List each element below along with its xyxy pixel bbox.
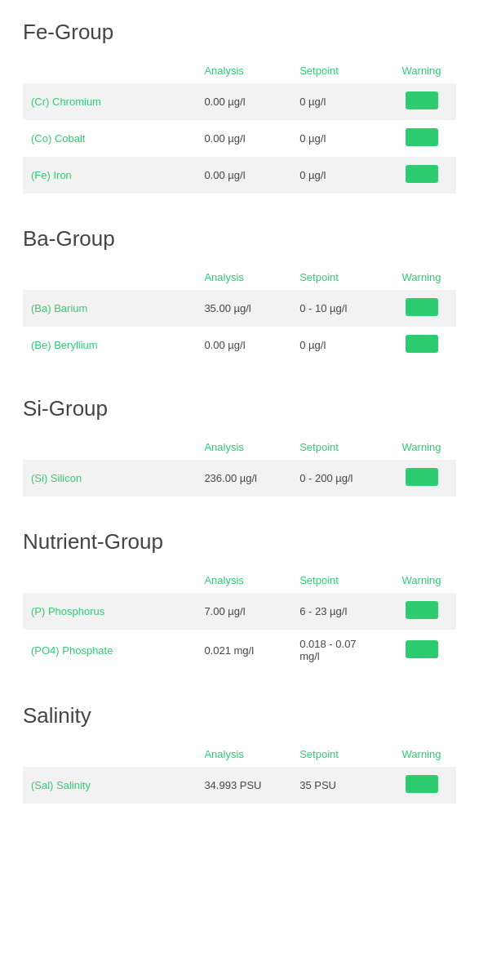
row-setpoint-value: 0 µg/l <box>291 157 387 194</box>
table-row: (Co) Cobalt0.00 µg/l0 µg/l <box>23 120 456 157</box>
col-header-analysis: Analysis <box>196 742 291 767</box>
group-section-nutrient-group: Nutrient-GroupAnalysisSetpointWarning(P)… <box>23 529 456 670</box>
row-setpoint-value: 0 µg/l <box>291 120 387 157</box>
col-header-warning: Warning <box>387 434 456 460</box>
row-element-name: (PO4) Phosphate <box>23 630 196 670</box>
row-analysis-value: 7.00 µg/l <box>196 593 291 630</box>
row-analysis-value: 0.00 µg/l <box>196 120 291 157</box>
col-header-setpoint: Setpoint <box>291 568 387 593</box>
warning-indicator <box>406 335 438 353</box>
group-section-fe-group: Fe-GroupAnalysisSetpointWarning(Cr) Chro… <box>23 20 456 194</box>
row-setpoint-value: 0 µg/l <box>291 83 387 120</box>
warning-indicator <box>406 298 438 316</box>
table-row: (PO4) Phosphate0.021 mg/l0.018 - 0.07 mg… <box>23 630 456 670</box>
col-header-warning: Warning <box>387 568 456 593</box>
group-title-nutrient-group: Nutrient-Group <box>23 529 456 555</box>
row-element-name: (Ba) Barium <box>23 290 196 327</box>
table-row: (Cr) Chromium0.00 µg/l0 µg/l <box>23 83 456 120</box>
row-setpoint-value: 35 PSU <box>291 767 387 804</box>
group-section-salinity: SalinityAnalysisSetpointWarning(Sal) Sal… <box>23 703 456 804</box>
table-row: (Fe) Iron0.00 µg/l0 µg/l <box>23 157 456 194</box>
table-row: (Sal) Salinity34.993 PSU35 PSU <box>23 767 456 804</box>
row-warning-cell <box>387 83 456 120</box>
col-header-warning: Warning <box>387 742 456 767</box>
row-warning-cell <box>387 593 456 630</box>
warning-indicator <box>406 640 438 658</box>
table-si-group: AnalysisSetpointWarning(Si) Silicon236.0… <box>23 434 456 497</box>
row-setpoint-value: 0.018 - 0.07 mg/l <box>291 630 387 670</box>
warning-indicator <box>406 91 438 109</box>
row-analysis-value: 35.00 µg/l <box>196 290 291 327</box>
warning-indicator <box>406 775 438 793</box>
group-title-fe-group: Fe-Group <box>23 20 456 45</box>
col-header-name <box>23 742 196 767</box>
group-section-ba-group: Ba-GroupAnalysisSetpointWarning(Ba) Bari… <box>23 226 456 363</box>
row-setpoint-value: 0 - 200 µg/l <box>291 460 387 497</box>
row-element-name: (P) Phosphorus <box>23 593 196 630</box>
row-element-name: (Cr) Chromium <box>23 83 196 120</box>
warning-indicator <box>406 468 438 486</box>
group-title-si-group: Si-Group <box>23 396 456 421</box>
table-salinity: AnalysisSetpointWarning(Sal) Salinity34.… <box>23 742 456 804</box>
warning-indicator <box>406 128 438 146</box>
row-warning-cell <box>387 630 456 670</box>
group-title-ba-group: Ba-Group <box>23 226 456 252</box>
row-analysis-value: 0.00 µg/l <box>196 83 291 120</box>
table-row: (Si) Silicon236.00 µg/l0 - 200 µg/l <box>23 460 456 497</box>
row-analysis-value: 0.00 µg/l <box>196 327 291 363</box>
row-element-name: (Sal) Salinity <box>23 767 196 804</box>
table-row: (P) Phosphorus7.00 µg/l6 - 23 µg/l <box>23 593 456 630</box>
row-analysis-value: 34.993 PSU <box>196 767 291 804</box>
row-setpoint-value: 0 - 10 µg/l <box>291 290 387 327</box>
col-header-warning: Warning <box>387 265 456 290</box>
table-ba-group: AnalysisSetpointWarning(Ba) Barium35.00 … <box>23 265 456 363</box>
row-warning-cell <box>387 460 456 497</box>
row-element-name: (Be) Beryllium <box>23 327 196 363</box>
row-setpoint-value: 6 - 23 µg/l <box>291 593 387 630</box>
page-content: Fe-GroupAnalysisSetpointWarning(Cr) Chro… <box>0 0 479 856</box>
row-warning-cell <box>387 120 456 157</box>
col-header-name <box>23 58 196 83</box>
col-header-name <box>23 265 196 290</box>
row-warning-cell <box>387 767 456 804</box>
row-warning-cell <box>387 327 456 363</box>
group-section-si-group: Si-GroupAnalysisSetpointWarning(Si) Sili… <box>23 396 456 497</box>
group-title-salinity: Salinity <box>23 703 456 728</box>
row-setpoint-value: 0 µg/l <box>291 327 387 363</box>
table-nutrient-group: AnalysisSetpointWarning(P) Phosphorus7.0… <box>23 568 456 670</box>
col-header-analysis: Analysis <box>196 434 291 460</box>
table-row: (Be) Beryllium0.00 µg/l0 µg/l <box>23 327 456 363</box>
row-element-name: (Co) Cobalt <box>23 120 196 157</box>
col-header-setpoint: Setpoint <box>291 58 387 83</box>
col-header-analysis: Analysis <box>196 265 291 290</box>
col-header-analysis: Analysis <box>196 58 291 83</box>
table-row: (Ba) Barium35.00 µg/l0 - 10 µg/l <box>23 290 456 327</box>
col-header-setpoint: Setpoint <box>291 742 387 767</box>
warning-indicator <box>406 165 438 183</box>
col-header-analysis: Analysis <box>196 568 291 593</box>
col-header-warning: Warning <box>387 58 456 83</box>
table-fe-group: AnalysisSetpointWarning(Cr) Chromium0.00… <box>23 58 456 194</box>
row-element-name: (Fe) Iron <box>23 157 196 194</box>
row-analysis-value: 0.00 µg/l <box>196 157 291 194</box>
col-header-setpoint: Setpoint <box>291 434 387 460</box>
row-analysis-value: 0.021 mg/l <box>196 630 291 670</box>
col-header-name <box>23 568 196 593</box>
warning-indicator <box>406 601 438 619</box>
col-header-setpoint: Setpoint <box>291 265 387 290</box>
col-header-name <box>23 434 196 460</box>
row-warning-cell <box>387 157 456 194</box>
row-analysis-value: 236.00 µg/l <box>196 460 291 497</box>
row-element-name: (Si) Silicon <box>23 460 196 497</box>
row-warning-cell <box>387 290 456 327</box>
